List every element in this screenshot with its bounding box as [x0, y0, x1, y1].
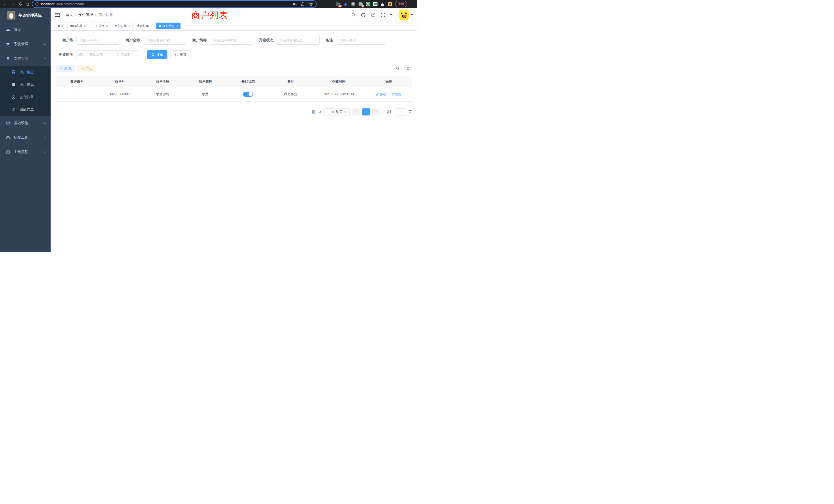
close-icon[interactable]: ×: [84, 24, 86, 27]
chrome-update-button[interactable]: 更新: [395, 1, 407, 7]
breadcrumb-home[interactable]: 首页: [66, 13, 73, 17]
tab-refund-orders[interactable]: 退款订单×: [134, 23, 155, 29]
font-size-icon[interactable]: TT: [390, 13, 394, 17]
app-logo-rabbit: [7, 11, 16, 20]
monitor-icon: [6, 121, 10, 125]
extension-badge-2: 1: [361, 5, 364, 7]
next-page-button[interactable]: [372, 108, 380, 115]
extension-blocks-icon[interactable]: ◆ 10: [336, 2, 341, 6]
date-range-input[interactable]: 开始日期 - 结束日期: [76, 50, 138, 59]
tab-pay-orders[interactable]: 支付订单×: [112, 23, 132, 29]
sidebar-item-refund-orders[interactable]: 退款订单: [0, 104, 50, 116]
col-merchant-no: 商户号: [98, 76, 141, 87]
prev-page-button[interactable]: [352, 108, 360, 115]
dashboard-icon: [6, 28, 10, 32]
app-logo-row[interactable]: 芋道管理系统: [0, 8, 50, 23]
content-area: 商户号 商户全称 商户简称 开启状态 请选择开启状态 备注: [50, 30, 417, 115]
filter-label: 商户全称: [126, 38, 140, 43]
refresh-table-icon[interactable]: [404, 65, 412, 72]
sidebar-item-system[interactable]: 系统管理: [0, 37, 50, 51]
add-button[interactable]: ＋ 新增: [56, 65, 74, 72]
goto-page-input[interactable]: [396, 108, 406, 115]
share-icon[interactable]: [301, 2, 305, 6]
filter-short-name: 商户简称: [192, 36, 253, 45]
help-icon[interactable]: ?: [371, 13, 375, 17]
extensions-puzzle-icon[interactable]: [380, 2, 385, 6]
sidebar-item-payment[interactable]: ¥ 支付管理: [0, 51, 50, 66]
sidebar-item-workflow[interactable]: 工作流程: [0, 145, 50, 159]
tab-process-form[interactable]: 流程表单×: [68, 23, 88, 29]
end-date-placeholder: 结束日期: [112, 52, 135, 57]
toggle-search-icon[interactable]: [394, 65, 401, 72]
back-icon[interactable]: ←: [3, 2, 7, 6]
remark-input[interactable]: [336, 36, 386, 45]
url-bar[interactable]: i localhost:1024/pay/merchant: [32, 1, 316, 7]
sidebar: 芋道管理系统 首页 系统管理 ¥ 支付管理 商户信息 应用信息: [0, 8, 50, 252]
close-icon[interactable]: ×: [176, 24, 178, 27]
paraglider-extension-icon[interactable]: ◆: [343, 2, 348, 6]
password-key-icon[interactable]: [293, 2, 297, 6]
refresh-icon[interactable]: [19, 2, 22, 6]
chat-extension-icon[interactable]: [373, 2, 377, 6]
home-icon[interactable]: [26, 2, 30, 6]
page-size-select[interactable]: 10条/页: [325, 108, 350, 115]
reset-button[interactable]: 重置: [171, 50, 191, 59]
sidebar-item-dev-tools[interactable]: 研发工具: [0, 130, 50, 145]
page-number-1[interactable]: 1: [362, 108, 370, 115]
grid-icon: [11, 83, 16, 87]
close-icon[interactable]: ×: [106, 24, 108, 27]
sidebar-item-infra[interactable]: 基础设施: [0, 116, 50, 130]
github-icon[interactable]: [361, 13, 366, 18]
goto-label: 前往: [387, 110, 393, 114]
sidebar-item-app-info[interactable]: 应用信息: [0, 78, 50, 91]
full-name-input[interactable]: [143, 36, 186, 45]
table-header-row: 商户编号 商户号 商户全称 商户简称 开启状态 备注 创建时间 操作: [56, 76, 412, 87]
breadcrumb-separator: /: [75, 13, 76, 17]
browser-chrome: ← → i localhost:1024/pay/merchant ◆ 10: [0, 0, 417, 8]
search-icon[interactable]: [351, 13, 356, 17]
briefcase-icon: [6, 150, 10, 154]
sidebar-item-label: 工作流程: [14, 150, 28, 154]
sidebar-item-label: 应用信息: [20, 83, 34, 87]
export-button[interactable]: 导出: [78, 65, 96, 72]
command-extension-icon[interactable]: ⌘: [351, 2, 355, 6]
bookmark-star-icon[interactable]: [309, 2, 313, 6]
user-avatar-menu[interactable]: [399, 10, 413, 20]
delete-link[interactable]: 删除: [391, 92, 401, 96]
tab-merchant-info[interactable]: 商户信息×: [156, 23, 180, 29]
merchant-no-input[interactable]: [76, 36, 119, 45]
edit-link[interactable]: 修改: [376, 92, 387, 96]
chevron-down-icon: [314, 39, 317, 41]
tab-home[interactable]: 首页: [55, 23, 66, 29]
url-text: localhost:1024/pay/merchant: [41, 2, 291, 6]
yudao-extension-icon[interactable]: y: [366, 2, 370, 6]
svg-text:?: ?: [372, 13, 374, 16]
col-full-name: 商户全称: [141, 76, 184, 87]
chevron-down-icon: [43, 136, 46, 138]
status-toggle[interactable]: [243, 92, 253, 97]
app-title: 芋道管理系统: [19, 13, 42, 18]
notify-extension-icon[interactable]: 1: [358, 2, 363, 6]
site-info-icon[interactable]: i: [36, 2, 39, 6]
browser-menu-icon[interactable]: ⋮: [410, 2, 414, 6]
filter-status: 开启状态 请选择开启状态: [259, 36, 320, 45]
filter-label: 备注: [326, 38, 333, 43]
filter-remark: 备注: [326, 36, 386, 45]
fullscreen-icon[interactable]: [380, 13, 385, 17]
sidebar-item-home[interactable]: 首页: [0, 23, 50, 37]
sidebar-item-pay-orders[interactable]: 支付订单: [0, 91, 50, 104]
tab-user-group[interactable]: 用户分组×: [90, 23, 110, 29]
close-icon[interactable]: ×: [128, 24, 130, 27]
status-select[interactable]: 请选择开启状态: [277, 36, 320, 45]
calendar-icon: [79, 53, 83, 56]
sidebar-collapse-icon[interactable]: [54, 12, 61, 18]
search-button[interactable]: 搜索: [147, 50, 168, 59]
short-name-input[interactable]: [210, 36, 253, 45]
breadcrumb-payment[interactable]: 支付管理: [79, 13, 93, 17]
forward-icon[interactable]: →: [11, 2, 15, 6]
plus-icon: ＋: [59, 66, 63, 71]
sidebar-item-merchant-info[interactable]: 商户信息: [0, 66, 50, 78]
close-icon[interactable]: ×: [151, 24, 152, 27]
profile-emoji-avatar[interactable]: [388, 2, 392, 6]
breadcrumb-current: 商户信息: [98, 13, 113, 17]
